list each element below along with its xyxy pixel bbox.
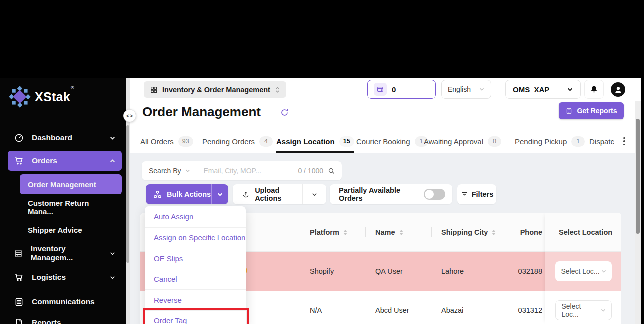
tab-pending-pickup[interactable]: Pending Pickup 1 <box>515 130 585 153</box>
main-area: Inventory & Order Management 0 English O <box>130 78 641 324</box>
sort-icon <box>400 230 404 235</box>
language-value: English <box>448 85 471 93</box>
menu-item-reverse[interactable]: Reverse <box>145 289 246 310</box>
tab-all-orders[interactable]: All Orders 93 <box>140 130 194 153</box>
filters-button[interactable]: Filters <box>458 184 496 204</box>
bulk-actions-chevron[interactable] <box>212 184 228 204</box>
workspace-select[interactable]: OMS_XAP <box>506 80 581 99</box>
tab-courier-booking[interactable]: Courier Booking 1 <box>356 130 428 153</box>
cell-shipping-city: Abazai <box>432 291 514 324</box>
column-header-name[interactable]: Name <box>366 213 432 252</box>
sort-icon <box>344 230 348 235</box>
report-doc-icon <box>566 107 573 115</box>
tab-dispatch[interactable]: Dispatch <box>590 130 614 153</box>
person-icon <box>613 84 624 95</box>
sidebar-item-label: Shipper Advice <box>28 226 82 234</box>
cell-phone: 032188 <box>514 252 546 291</box>
upload-actions-label: Upload Actions <box>255 186 302 202</box>
app-frame: XStak® Dashboard Orders Order Management <box>0 78 641 324</box>
tab-assign-location[interactable]: Assign Location 15 <box>276 130 354 153</box>
bell-icon <box>590 85 599 94</box>
page-scrollbar <box>635 101 641 324</box>
tab-label: All Orders <box>140 137 174 146</box>
tab-pending-orders[interactable]: Pending Orders 4 <box>202 130 273 153</box>
column-label: Shipping City <box>442 228 488 236</box>
wallet-count: 0 <box>392 85 396 94</box>
menu-item-cancel[interactable]: Cancel <box>145 269 246 290</box>
column-label: Name <box>376 228 396 236</box>
get-reports-button[interactable]: Get Reports <box>559 102 624 119</box>
cart-icon <box>14 272 24 283</box>
sidebar-item-customer-return[interactable]: Customer Return Mana... <box>20 197 122 217</box>
sidebar-scrollbar-thumb[interactable] <box>126 125 130 263</box>
bulk-actions-menu: Auto Assign Assign on Specific Location … <box>145 206 246 324</box>
search-input[interactable] <box>204 167 294 175</box>
fixed-select-location-column: Select Location Select Loc... Select Loc… <box>546 213 622 324</box>
chevron-down-icon <box>601 268 607 274</box>
select-location-dropdown[interactable]: Select Loc... <box>556 261 612 281</box>
partially-available-orders: Partially Available Orders <box>330 184 452 204</box>
upload-icon <box>242 190 250 199</box>
sidebar-item-label: Customer Return Mana... <box>28 199 116 216</box>
sidebar-item-inventory-management[interactable]: Inventory Managem... <box>8 243 122 263</box>
sidebar-item-communications[interactable]: Communications <box>8 292 122 312</box>
select-location-dropdown[interactable]: Select Loc... <box>556 300 612 320</box>
sidebar-item-shipper-advice[interactable]: Shipper Advice <box>20 220 122 240</box>
menu-item-assign-specific-location[interactable]: Assign on Specific Location <box>145 227 246 248</box>
more-tabs-icon[interactable] <box>620 133 629 150</box>
sidebar-item-logistics[interactable]: Logistics <box>8 267 122 287</box>
get-reports-label: Get Reports <box>577 107 617 115</box>
chevron-down-icon <box>110 274 116 281</box>
partially-available-toggle[interactable] <box>424 189 446 200</box>
search-by-select[interactable]: Search By <box>142 161 198 180</box>
bulk-actions-button[interactable]: Bulk Actions <box>146 184 228 204</box>
page-scrollbar-thumb[interactable] <box>636 119 640 234</box>
workspace-value: OMS_XAP <box>513 85 550 94</box>
search-by-label: Search By <box>149 167 182 175</box>
select-location-placeholder: Select Loc... <box>562 267 600 275</box>
app-switcher[interactable]: Inventory & Order Management <box>144 81 286 98</box>
page-header: Order Management Get Reports All Orders … <box>130 101 641 153</box>
menu-item-oe-slips[interactable]: OE Slips <box>145 248 246 269</box>
sidebar-collapse-button[interactable]: <> <box>124 109 136 122</box>
language-select[interactable]: English <box>442 80 492 99</box>
brand-logo: XStak® <box>9 86 74 108</box>
column-header-phone[interactable]: Phone <box>514 213 546 252</box>
search-icon[interactable] <box>328 167 336 175</box>
user-avatar[interactable] <box>611 82 626 97</box>
tab-count-badge: 15 <box>340 136 354 147</box>
cell-platform: Shopify <box>300 252 366 291</box>
refresh-icon[interactable] <box>280 108 290 117</box>
upload-actions-chevron[interactable] <box>302 184 326 204</box>
sidebar-item-dashboard[interactable]: Dashboard <box>8 128 122 148</box>
sidebar-item-label: Dashboard <box>32 133 72 142</box>
cell-name: QA User <box>366 252 432 291</box>
sidebar-item-reports[interactable]: Reports <box>8 313 122 324</box>
sort-icon <box>492 230 496 235</box>
column-label: Select Location <box>559 228 612 236</box>
column-divider <box>366 227 366 237</box>
bulk-actions-label: Bulk Actions <box>167 190 211 198</box>
sidebar-item-order-management[interactable]: Order Management <box>20 174 122 194</box>
tab-count-badge: 1 <box>572 136 585 147</box>
cell-shipping-city: Lahore <box>432 252 514 291</box>
menu-item-order-tag[interactable]: Order Tag <box>145 310 246 324</box>
chevron-down-icon <box>110 250 116 257</box>
upload-actions-button[interactable]: Upload Actions <box>233 184 326 204</box>
column-header-shipping-city[interactable]: Shipping City <box>432 213 514 252</box>
tab-label: Pending Pickup <box>515 137 567 146</box>
brand-name: XStak <box>35 90 70 104</box>
chevron-down-icon <box>110 135 116 141</box>
partially-available-label: Partially Available Orders <box>339 186 424 202</box>
notifications-button[interactable] <box>584 80 604 99</box>
sidebar-item-orders[interactable]: Orders <box>8 151 122 171</box>
page-title: Order Management <box>142 104 261 120</box>
chevron-down-icon <box>185 168 191 174</box>
menu-item-auto-assign[interactable]: Auto Assign <box>145 206 246 227</box>
wallet-counter[interactable]: 0 <box>368 80 436 99</box>
brand-trademark: ® <box>71 85 74 90</box>
column-header-platform[interactable]: Platform <box>300 213 366 252</box>
sidebar-item-label: Reports <box>32 318 62 324</box>
tab-awaiting-approval[interactable]: Awaiting Approval 0 <box>424 130 502 153</box>
tab-label: Assign Location <box>276 137 335 146</box>
